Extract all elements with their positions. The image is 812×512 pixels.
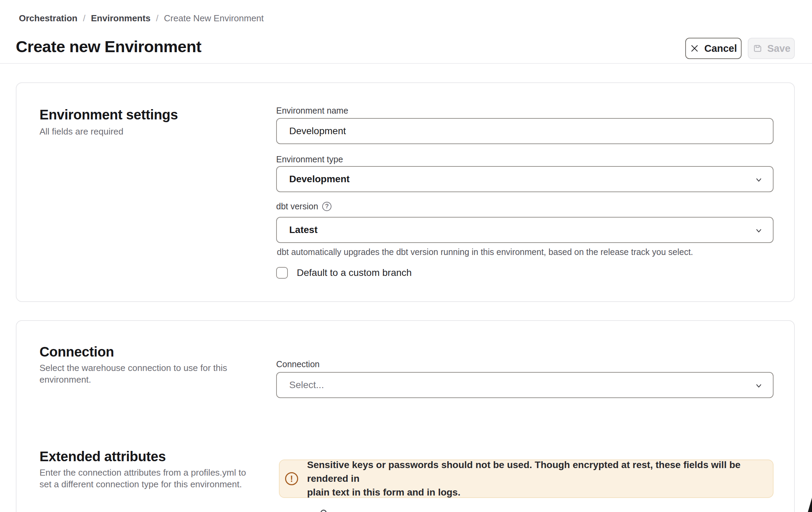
sensitive-keys-warning-banner: ! Sensitive keys or passwords should not… bbox=[279, 459, 774, 498]
environment-type-select[interactable]: Development bbox=[276, 166, 774, 192]
custom-branch-checkbox[interactable] bbox=[276, 267, 288, 279]
connection-card: Connection Select the warehouse connecti… bbox=[16, 320, 795, 512]
environment-settings-subheading: All fields are required bbox=[40, 126, 123, 137]
chevron-down-icon bbox=[754, 381, 764, 393]
breadcrumb-orchestration[interactable]: Orchestration bbox=[19, 13, 78, 24]
connection-select[interactable]: Select... bbox=[276, 372, 774, 398]
help-circle-icon[interactable]: ? bbox=[322, 202, 331, 211]
header-actions: Cancel Save bbox=[685, 38, 795, 59]
save-button-label: Save bbox=[767, 43, 791, 54]
breadcrumb: Orchestration / Environments / Create Ne… bbox=[19, 13, 264, 24]
extended-attributes-subheading: Enter the connection attributes from a p… bbox=[40, 467, 246, 490]
alert-circle-icon: ! bbox=[285, 472, 298, 485]
environment-settings-card: Environment settings All fields are requ… bbox=[16, 82, 795, 302]
extended-attributes-subheading-line: Enter the connection attributes from a p… bbox=[40, 467, 246, 478]
custom-branch-label: Default to a custom branch bbox=[297, 267, 412, 278]
warning-text-line: plain text in this form and in logs. bbox=[307, 486, 763, 499]
dbt-version-label: dbt version bbox=[276, 201, 318, 211]
extended-attributes-heading: Extended attributes bbox=[40, 449, 166, 464]
x-icon bbox=[690, 44, 699, 53]
save-icon bbox=[752, 43, 763, 54]
connection-heading: Connection bbox=[40, 344, 114, 360]
custom-branch-row: Default to a custom branch bbox=[276, 267, 412, 279]
connection-field-label: Connection bbox=[276, 359, 319, 369]
dbt-version-helper-text: dbt automatically upgrades the dbt versi… bbox=[277, 247, 693, 257]
breadcrumb-separator: / bbox=[83, 13, 86, 24]
chevron-down-icon bbox=[754, 175, 764, 187]
environment-type-value: Development bbox=[289, 174, 350, 185]
header-divider bbox=[0, 63, 812, 64]
corner-cursor-artifact bbox=[808, 498, 812, 512]
sensitive-keys-warning-text: Sensitive keys or passwords should not b… bbox=[307, 458, 763, 499]
connection-subheading-line: environment. bbox=[40, 374, 227, 385]
connection-select-placeholder: Select... bbox=[289, 380, 324, 391]
breadcrumb-environments[interactable]: Environments bbox=[91, 13, 150, 24]
breadcrumb-create-new-environment: Create New Environment bbox=[164, 13, 263, 24]
dbt-version-label-row: dbt version ? bbox=[276, 201, 331, 211]
chevron-down-icon bbox=[754, 225, 764, 238]
cancel-button-label: Cancel bbox=[704, 43, 737, 54]
connection-subheading-line: Select the warehouse connection to use f… bbox=[40, 362, 227, 374]
cancel-button[interactable]: Cancel bbox=[685, 38, 742, 59]
connection-subheading: Select the warehouse connection to use f… bbox=[40, 362, 227, 385]
environment-type-label: Environment type bbox=[276, 154, 343, 164]
warning-text-line: Sensitive keys or passwords should not b… bbox=[307, 458, 763, 486]
save-button[interactable]: Save bbox=[748, 38, 795, 59]
environment-settings-heading: Environment settings bbox=[40, 107, 178, 123]
extended-attributes-subheading-line: set a different connection type for this… bbox=[40, 478, 246, 490]
page-title: Create new Environment bbox=[16, 37, 201, 56]
dbt-version-value: Latest bbox=[289, 224, 317, 235]
environment-name-input[interactable] bbox=[276, 118, 774, 144]
environment-name-label: Environment name bbox=[276, 106, 348, 116]
breadcrumb-separator: / bbox=[156, 13, 158, 24]
dbt-version-select[interactable]: Latest bbox=[276, 217, 774, 243]
